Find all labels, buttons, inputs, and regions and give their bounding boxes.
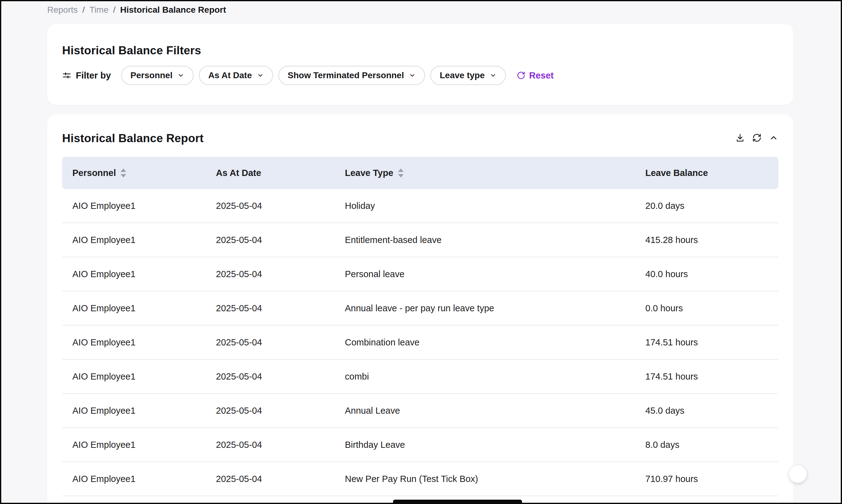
cell-leave-balance: 174.51 hours [635,372,778,382]
horizontal-scrollbar-thumb[interactable] [393,500,522,503]
leave-type-filter-dropdown[interactable]: Leave type [430,66,506,85]
cell-leave-balance: 20.0 days [635,201,778,211]
cell-personnel: AIO Employee1 [62,303,206,313]
cell-leave-type: combi [334,372,635,382]
report-actions [734,132,779,144]
chevron-down-icon [489,72,497,79]
cell-as-at-date: 2025-05-04 [206,201,334,211]
cell-as-at-date: 2025-05-04 [206,303,334,313]
download-button[interactable] [734,132,746,144]
chevron-down-icon [409,72,416,79]
cell-personnel: AIO Employee1 [62,201,206,211]
breadcrumb-separator: / [113,5,116,15]
cell-as-at-date: 2025-05-04 [206,372,334,382]
table-row: AIO Employee1 2025-05-04 Combination lea… [62,326,778,360]
cell-personnel: AIO Employee1 [62,440,206,450]
filters-card: Historical Balance Filters Filter by Per… [47,24,793,105]
cell-leave-balance: 710.97 hours [635,474,778,484]
cell-as-at-date: 2025-05-04 [206,269,334,279]
cell-as-at-date: 2025-05-04 [206,440,334,450]
reset-icon [517,71,526,80]
table-row: AIO Employee1 2025-05-04 Personal leave … [62,257,778,291]
report-table: Personnel As At Date Leave Type [62,157,778,496]
cell-leave-balance: 174.51 hours [635,337,778,347]
breadcrumb-time[interactable]: Time [89,5,108,15]
chevron-up-icon [769,133,778,142]
cell-as-at-date: 2025-05-04 [206,406,334,416]
table-header-row: Personnel As At Date Leave Type [62,157,778,189]
reset-filters-button[interactable]: Reset [517,70,554,81]
table-row: AIO Employee1 2025-05-04 Annual Leave 45… [62,394,778,428]
personnel-filter-dropdown[interactable]: Personnel [121,66,193,85]
column-header-as-at-date: As At Date [206,168,334,178]
table-row: AIO Employee1 2025-05-04 combi 174.51 ho… [62,360,778,394]
cell-leave-type: Entitlement-based leave [334,235,635,245]
chevron-down-icon [257,72,264,79]
cell-leave-type: Holiday [334,201,635,211]
sort-icon [398,168,404,178]
cell-personnel: AIO Employee1 [62,372,206,382]
report-card: Historical Balance Report Personnel [47,114,793,504]
cell-leave-balance: 40.0 hours [635,269,778,279]
cell-as-at-date: 2025-05-04 [206,474,334,484]
as-at-date-filter-dropdown[interactable]: As At Date [199,66,273,85]
breadcrumb: Reports / Time / Historical Balance Repo… [1,1,841,15]
filter-sliders-icon [62,71,71,80]
table-row: AIO Employee1 2025-05-04 Birthday Leave … [62,428,778,462]
collapse-button[interactable] [768,132,779,144]
refresh-button[interactable] [751,132,763,144]
filter-by-label: Filter by [62,70,111,81]
cell-personnel: AIO Employee1 [62,337,206,347]
show-terminated-personnel-filter-dropdown[interactable]: Show Terminated Personnel [278,66,425,85]
cell-as-at-date: 2025-05-04 [206,235,334,245]
cell-personnel: AIO Employee1 [62,406,206,416]
breadcrumb-current-page: Historical Balance Report [120,5,226,15]
table-row: AIO Employee1 2025-05-04 Entitlement-bas… [62,223,778,257]
download-icon [735,133,745,142]
cell-leave-balance: 8.0 days [635,440,778,450]
breadcrumb-separator: / [82,5,85,15]
cell-personnel: AIO Employee1 [62,235,206,245]
refresh-icon [752,133,761,142]
chevron-down-icon [177,72,184,79]
column-header-leave-balance: Leave Balance [635,168,778,178]
cell-leave-type: Birthday Leave [334,440,635,450]
cell-leave-type: New Per Pay Run (Test Tick Box) [334,474,635,484]
cell-leave-balance: 0.0 hours [635,303,778,313]
cell-leave-type: Personal leave [334,269,635,279]
cell-leave-balance: 45.0 days [635,406,778,416]
column-header-personnel[interactable]: Personnel [62,168,206,178]
cell-personnel: AIO Employee1 [62,269,206,279]
cell-leave-type: Annual Leave [334,406,635,416]
floating-button[interactable] [789,466,807,483]
column-header-leave-type[interactable]: Leave Type [334,168,635,178]
cell-as-at-date: 2025-05-04 [206,337,334,347]
cell-leave-type: Annual leave - per pay run leave type [334,303,635,313]
filters-title: Historical Balance Filters [62,44,778,57]
cell-leave-type: Combination leave [334,337,635,347]
app-window: Reports / Time / Historical Balance Repo… [0,0,842,504]
report-title: Historical Balance Report [62,132,778,145]
cell-leave-balance: 415.28 hours [635,235,778,245]
table-row: AIO Employee1 2025-05-04 Holiday 20.0 da… [62,189,778,223]
filter-row: Filter by Personnel As At Date Show Term… [62,66,778,85]
table-body: AIO Employee1 2025-05-04 Holiday 20.0 da… [62,189,778,496]
breadcrumb-reports[interactable]: Reports [47,5,78,15]
table-row: AIO Employee1 2025-05-04 Annual leave - … [62,291,778,326]
sort-icon [120,168,126,178]
table-row: AIO Employee1 2025-05-04 New Per Pay Run… [62,462,778,496]
cell-personnel: AIO Employee1 [62,474,206,484]
